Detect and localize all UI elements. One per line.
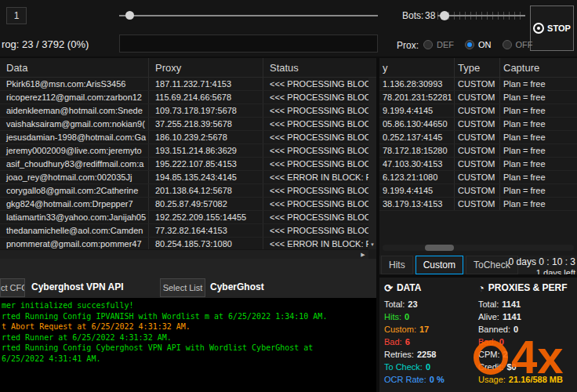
stat-value: $0 (506, 361, 516, 373)
radio-dot (503, 40, 512, 49)
grid-cell: <<< PROCESSING BLOC (263, 224, 368, 237)
bots-value: 38 (425, 10, 435, 21)
stat-label: Hits: (384, 310, 401, 323)
tab-hits[interactable]: Hits (381, 256, 413, 274)
proxies-grid: y Type Capture 1.136.28:30993CUSTOMPlan … (379, 58, 577, 256)
grid-cell: 1.136.28:30993 (379, 78, 455, 90)
select-cfg-button[interactable]: ct CFG (0, 278, 25, 297)
grid-cell: 05.86.130:44650 (379, 118, 455, 130)
stat-value: 17 (419, 323, 429, 336)
grid-cell: CUSTOM (455, 171, 500, 183)
log-console[interactable]: mer initialized succesfully!rted Running… (0, 298, 376, 392)
column-header-capture[interactable]: Capture (500, 58, 577, 77)
vertical-scrollbar[interactable]: ▼ (368, 78, 376, 249)
result-row[interactable]: jesusdamian-1998@hotmail.com:Ga186.10.23… (0, 131, 368, 144)
stat-row: Hits:0 (384, 310, 445, 323)
log-line: mer initialized succesfully! (2, 300, 375, 311)
proxies-stats-list: Total:1141Alive:1141Banned:0Bad:0CPM:2Cr… (478, 298, 568, 386)
grid-cell: <<< PROCESSING BLOC (263, 104, 368, 117)
proxy-row[interactable]: 78.172.18:15280CUSTOMPlan = free (379, 144, 577, 158)
proxies-stats-header: ◔ PROXIES & PERF (478, 281, 568, 295)
proxy-mode-def[interactable]: DEF (423, 40, 454, 49)
proxy-row[interactable]: 9.199.4:4145CUSTOMPlan = free (379, 104, 577, 118)
result-row[interactable]: pnommerat@gmail.com:pommer4780.254.185.7… (0, 238, 368, 249)
result-row[interactable]: gkg824@hotmail.com:Drpepper780.25.87.49:… (0, 198, 368, 211)
tab-custom[interactable]: Custom (416, 256, 463, 274)
result-row[interactable]: thedanamichelle@aol.com:Camden77.32.82.1… (0, 224, 368, 238)
horizontal-scrollbar[interactable]: ▶ (0, 249, 368, 259)
grid-cell: CUSTOM (455, 158, 500, 170)
data-stats-header: ⟳ DATA (384, 281, 445, 295)
proxy-row[interactable]: 05.86.130:44650CUSTOMPlan = free (379, 118, 577, 131)
stat-row: Banned:0 (478, 323, 568, 336)
stat-label: Bad: (478, 336, 496, 348)
column-header-status[interactable]: Status (263, 58, 376, 77)
result-row[interactable]: jeremy0002009@live.com:jeremyto193.151.2… (0, 144, 368, 158)
threads-input[interactable]: 1 (6, 7, 27, 24)
horizontal-scrollbar[interactable] (383, 245, 574, 251)
column-header-data[interactable]: Data (0, 58, 149, 77)
grid-cell: Plan = free (500, 104, 577, 117)
slider-track (119, 15, 378, 16)
slider-thumb[interactable] (125, 11, 134, 20)
column-header-proxy[interactable]: Proxy (149, 58, 263, 77)
stop-button[interactable]: STOP (530, 5, 574, 51)
column-header-proxy[interactable]: y (379, 58, 455, 77)
grid-cell: CUSTOM (455, 131, 500, 143)
result-row[interactable]: ricoperez112@gmail.com:zarbon12115.69.21… (0, 91, 368, 104)
stat-label: OCR Rate: (384, 373, 426, 386)
proxies-grid-body: 1.136.28:30993CUSTOMPlan = free78.201.23… (379, 78, 577, 211)
stat-value: 2258 (417, 348, 436, 361)
result-row[interactable]: joao_rey@hotmail.com:002035Jj194.85.135.… (0, 171, 368, 184)
column-header-type[interactable]: Type (455, 58, 500, 77)
grid-cell: <<< ERROR IN BLOCK: R (263, 171, 368, 183)
grid-cell: <<< PROCESSING BLOC (263, 211, 368, 223)
proxy-mode-group: DEFONOFF (423, 38, 533, 52)
result-row[interactable]: corygallo8@gmail.com:2Catherine201.138.6… (0, 184, 368, 198)
stat-row: CPM:2 (478, 348, 568, 361)
proxy-mode-off[interactable]: OFF (503, 40, 533, 49)
stat-value: 21.16/588 MB (509, 373, 563, 386)
stat-value: 0 (513, 323, 518, 336)
stop-icon (533, 23, 544, 34)
radio-label: OFF (516, 40, 533, 49)
data-stats-section: ⟳ DATA Total:23Hits:0Custom:17Bad:6Retri… (384, 281, 445, 386)
grid-cell: 9.199.4:4145 (379, 104, 455, 117)
grid-cell: CUSTOM (455, 118, 500, 130)
result-row[interactable]: vaishaksairam@gmail.com:nokian9(37.255.2… (0, 118, 368, 131)
radio-dot (465, 40, 474, 49)
grid-cell: vaishaksairam@gmail.com:nokian9( (0, 118, 149, 130)
select-list-button[interactable]: Select List (160, 278, 205, 297)
grid-cell: <<< PROCESSING BLOC (263, 158, 368, 170)
progress-text: rog: 23 / 3792 (0%) (2, 38, 89, 50)
proxy-row[interactable]: 78.201.231:52281CUSTOMPlan = free (379, 91, 577, 104)
result-row[interactable]: latiamartin33@yahoo.com:Janijah05192.252… (0, 211, 368, 224)
result-row[interactable]: asif_choudhury83@rediffmail.com:a195.222… (0, 158, 368, 171)
proxy-row[interactable]: 38.179.13:4153CUSTOMPlan = free (379, 198, 577, 211)
stat-value: 0 (499, 336, 504, 348)
proxy-row[interactable]: 0.252.137:4145CUSTOMPlan = free (379, 131, 577, 144)
proxies-stats-title: PROXIES & PERF (488, 282, 568, 293)
stat-label: Bad: (384, 336, 402, 348)
result-row[interactable]: Pkirk618@msn.com:ArisS3456187.11.232.71:… (0, 78, 368, 91)
grid-cell: Plan = free (500, 184, 577, 197)
log-line: rted Running Config IPVANISH with Wordli… (2, 311, 375, 322)
proxy-row[interactable]: 1.136.28:30993CUSTOMPlan = free (379, 78, 577, 91)
scrollbar-thumb[interactable] (425, 245, 454, 251)
bots-slider[interactable] (437, 8, 525, 24)
grid-cell: ricoperez112@gmail.com:zarbon12 (0, 91, 149, 103)
slider-thumb[interactable] (440, 11, 449, 20)
proxy-row[interactable]: 9.199.4:4145CUSTOMPlan = free (379, 184, 577, 198)
grid-cell: CUSTOM (455, 144, 500, 157)
main-slider[interactable] (119, 9, 378, 22)
stat-value: 1141 (502, 298, 521, 310)
proxy-mode-on[interactable]: ON (465, 40, 492, 49)
proxy-row[interactable]: 47.103.30:4153CUSTOMPlan = free (379, 158, 577, 171)
proxy-row[interactable]: 6.123.21:1080CUSTOMPlan = free (379, 171, 577, 184)
grid-cell: 77.32.82.164:4153 (149, 224, 263, 237)
config-bar: ct CFG Cyberghost VPN API Select List Cy… (0, 259, 376, 298)
bots-label: Bots: (402, 10, 423, 21)
scroll-down-arrow-icon[interactable]: ▼ (368, 241, 376, 249)
result-row[interactable]: aidenkleeman@hotmail.com:Snede109.73.178… (0, 104, 368, 118)
stat-value: 6 (405, 336, 410, 348)
